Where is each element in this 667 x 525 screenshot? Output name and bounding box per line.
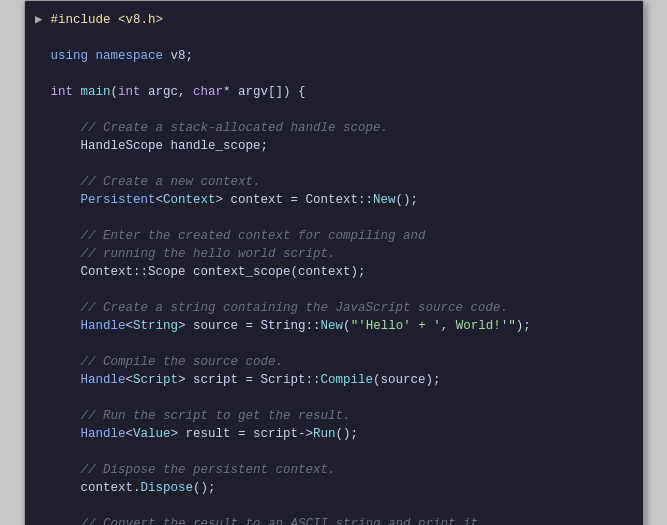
code-line: // Enter the created context for compili… xyxy=(25,227,643,245)
code-line xyxy=(25,497,643,515)
code-line xyxy=(25,209,643,227)
code-area[interactable]: ▶#include <v8.h>using namespace v8;int m… xyxy=(25,1,643,525)
code-line xyxy=(25,65,643,83)
code-line: // Run the script to get the result. xyxy=(25,407,643,425)
code-line: // Convert the result to an ASCII string… xyxy=(25,515,643,525)
code-line: HandleScope handle_scope; xyxy=(25,137,643,155)
code-line: Persistent<Context> context = Context::N… xyxy=(25,191,643,209)
code-line: // Create a new context. xyxy=(25,173,643,191)
code-line xyxy=(25,29,643,47)
code-line: // Create a stack-allocated handle scope… xyxy=(25,119,643,137)
code-line: Handle<Script> script = Script::Compile(… xyxy=(25,371,643,389)
code-line xyxy=(25,335,643,353)
code-line: context.Dispose(); xyxy=(25,479,643,497)
code-line: Context::Scope context_scope(context); xyxy=(25,263,643,281)
code-line xyxy=(25,101,643,119)
code-line: ▶#include <v8.h> xyxy=(25,11,643,29)
code-line xyxy=(25,155,643,173)
code-line: Handle<Value> result = script->Run(); xyxy=(25,425,643,443)
code-line xyxy=(25,389,643,407)
code-line: // running the hello world script. xyxy=(25,245,643,263)
code-line xyxy=(25,281,643,299)
code-line: // Create a string containing the JavaSc… xyxy=(25,299,643,317)
code-line: using namespace v8; xyxy=(25,47,643,65)
code-line: // Compile the source code. xyxy=(25,353,643,371)
editor-window: ▶#include <v8.h>using namespace v8;int m… xyxy=(24,0,644,525)
code-line: int main(int argc, char* argv[]) { xyxy=(25,83,643,101)
code-line: // Dispose the persistent context. xyxy=(25,461,643,479)
code-line xyxy=(25,443,643,461)
code-line: Handle<String> source = String::New("'He… xyxy=(25,317,643,335)
